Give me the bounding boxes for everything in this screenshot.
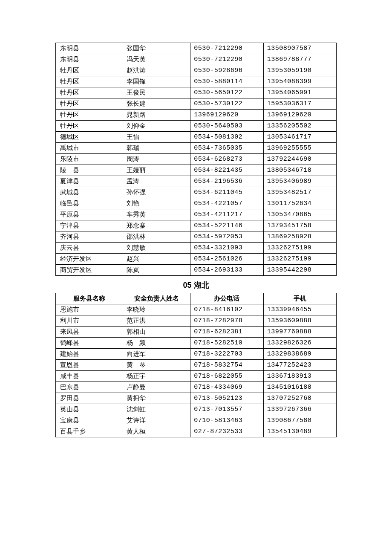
cell-county: 恩施市 — [56, 304, 123, 315]
cell-county: 东明县 — [56, 54, 123, 65]
cell-county: 罗田县 — [56, 393, 123, 404]
cell-county: 牡丹区 — [56, 65, 123, 76]
cell-mobile: 13969129620 — [263, 110, 336, 121]
cell-mobile: 13593609888 — [263, 315, 336, 327]
cell-mobile: 13477252423 — [263, 360, 336, 371]
cell-mobile: 13805346718 — [263, 165, 336, 176]
table-row: 德城区王怡0534-508130213053461717 — [56, 132, 337, 143]
table-header-row: 服务县名称 安全负责人姓名 办公电话 手机 — [56, 293, 337, 304]
cell-mobile: 13053470865 — [263, 209, 336, 220]
cell-mobile: 13329838689 — [263, 349, 336, 360]
cell-name: 王俊民 — [123, 87, 190, 98]
cell-name: 黄 琴 — [123, 360, 190, 371]
cell-name: 周涛 — [123, 154, 190, 165]
table-row: 东明县冯天英0530-721229013869788777 — [56, 54, 337, 65]
cell-office: 0530-5730122 — [190, 98, 263, 110]
header-county: 服务县名称 — [56, 293, 123, 304]
cell-name: 冯天英 — [123, 54, 190, 65]
table-row: 商贸开发区陈岚0534-269313313395442298 — [56, 265, 337, 276]
cell-office: 0718-6282381 — [190, 327, 263, 338]
cell-name: 车秀英 — [123, 209, 190, 220]
table-row: 来凤县郭相山0718-628238113997760888 — [56, 327, 337, 338]
cell-office: 0530-5640503 — [190, 121, 263, 132]
cell-office: 0530-7212290 — [190, 43, 263, 54]
cell-county: 英山县 — [56, 404, 123, 415]
cell-mobile: 13954088399 — [263, 76, 336, 87]
cell-county: 咸丰县 — [56, 371, 123, 382]
cell-mobile: 13954065991 — [263, 87, 336, 98]
cell-office: 0718-5282510 — [190, 338, 263, 349]
cell-county: 建始县 — [56, 349, 123, 360]
cell-county: 陵 县 — [56, 165, 123, 176]
table-row: 禹城市韩瑞0534-736503513969255555 — [56, 143, 337, 154]
cell-mobile: 13953059190 — [263, 65, 336, 76]
cell-office: 0534-4211217 — [190, 209, 263, 220]
cell-mobile: 13997760888 — [263, 327, 336, 338]
cell-county: 齐河县 — [56, 231, 123, 243]
cell-county: 经济开发区 — [56, 254, 123, 265]
header-name: 安全负责人姓名 — [123, 293, 190, 304]
cell-office: 0718-4334069 — [190, 382, 263, 393]
table-row: 武城县孙怀强0534-621104513953482517 — [56, 187, 337, 198]
table-row: 百县千乡黄人桓027-8723253313545130489 — [56, 426, 337, 437]
table-row: 陵 县王嫚丽0534-822143513805346718 — [56, 165, 337, 176]
cell-mobile: 13339946455 — [263, 304, 336, 315]
cell-name: 向进军 — [123, 349, 190, 360]
cell-mobile: 13326275199 — [263, 254, 336, 265]
cell-name: 陈岚 — [123, 265, 190, 276]
cell-county: 百县千乡 — [56, 426, 123, 437]
cell-county: 临邑县 — [56, 198, 123, 209]
cell-name: 刘艳 — [123, 198, 190, 209]
cell-office: 0530-5880114 — [190, 76, 263, 87]
table-row: 乐陵市周涛0534-626827313792244690 — [56, 154, 337, 165]
cell-county: 德城区 — [56, 132, 123, 143]
cell-office: 0710-5813463 — [190, 415, 263, 426]
cell-office: 0534-5972053 — [190, 231, 263, 243]
contacts-table-2: 服务县名称 安全负责人姓名 办公电话 手机 恩施市李晓玲0718-8416102… — [55, 293, 337, 437]
table-row: 经济开发区赵兴0534-256102613326275199 — [56, 254, 337, 265]
cell-name: 赵洪涛 — [123, 65, 190, 76]
cell-office: 0534-6268273 — [190, 154, 263, 165]
cell-county: 禹城市 — [56, 143, 123, 154]
cell-mobile: 13011752634 — [263, 198, 336, 209]
table-row: 咸丰县杨正宇0718-682205513367183913 — [56, 371, 337, 382]
cell-name: 沈剑虹 — [123, 404, 190, 415]
cell-office: 0718-6822055 — [190, 371, 263, 382]
cell-county: 来凤县 — [56, 327, 123, 338]
cell-name: 赵兴 — [123, 254, 190, 265]
cell-office: 027-87232533 — [190, 426, 263, 437]
contacts-table-1: 东明县张国华0530-721229013508907587东明县冯天英0530-… — [55, 43, 337, 276]
table-row: 巴东县卢静曼0718-433406913451016188 — [56, 382, 337, 393]
cell-county: 平原县 — [56, 209, 123, 220]
cell-name: 黄拥华 — [123, 393, 190, 404]
table-row: 利川市范正洪0718-728297813593609888 — [56, 315, 337, 327]
cell-mobile: 13397267366 — [263, 404, 336, 415]
cell-mobile: 13508907587 — [263, 43, 336, 54]
table-row: 罗田县黄拥华0713-505212313707252768 — [56, 393, 337, 404]
table-row: 建始县向进军0718-322270313329838689 — [56, 349, 337, 360]
cell-name: 刘慧敏 — [123, 243, 190, 254]
header-mobile: 手机 — [263, 293, 336, 304]
cell-name: 韩瑞 — [123, 143, 190, 154]
table-row: 牡丹区张长建0530-573012215953036317 — [56, 98, 337, 110]
cell-county: 商贸开发区 — [56, 265, 123, 276]
cell-office: 0534-6211045 — [190, 187, 263, 198]
cell-county: 鹤峰县 — [56, 338, 123, 349]
cell-office: 13969129620 — [190, 110, 263, 121]
cell-name: 杨正宇 — [123, 371, 190, 382]
cell-name: 李国锋 — [123, 76, 190, 87]
cell-county: 牡丹区 — [56, 87, 123, 98]
table-row: 庆云县刘慧敏0534-332109313326275199 — [56, 243, 337, 254]
table-row: 临邑县刘艳0534-422105713011752634 — [56, 198, 337, 209]
cell-office: 0534-2693133 — [190, 265, 263, 276]
cell-name: 王嫚丽 — [123, 165, 190, 176]
cell-office: 0718-3222703 — [190, 349, 263, 360]
cell-office: 0534-7365035 — [190, 143, 263, 154]
cell-office: 0534-3321093 — [190, 243, 263, 254]
cell-county: 牡丹区 — [56, 76, 123, 87]
cell-office: 0718-8416102 — [190, 304, 263, 315]
cell-office: 0530-5928696 — [190, 65, 263, 76]
cell-mobile: 15953036317 — [263, 98, 336, 110]
cell-mobile: 13953406989 — [263, 176, 336, 187]
cell-name: 范正洪 — [123, 315, 190, 327]
